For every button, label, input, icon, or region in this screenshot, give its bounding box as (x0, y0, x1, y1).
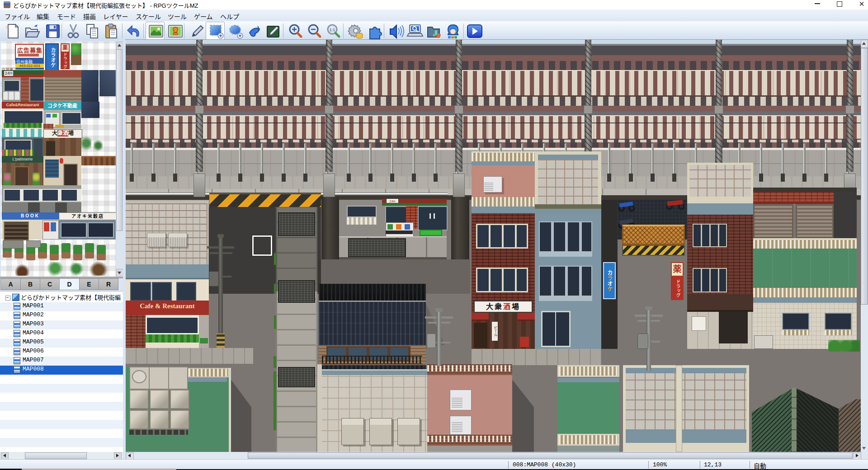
svg-text:1:1: 1:1 (330, 28, 335, 32)
